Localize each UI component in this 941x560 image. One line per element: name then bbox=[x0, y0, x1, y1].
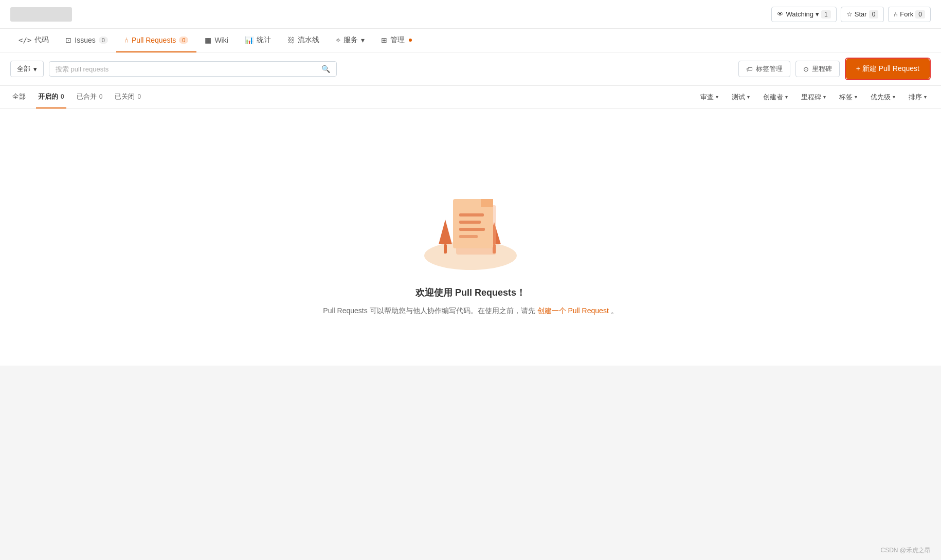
milestone-button[interactable]: ⊙ 里程碑 bbox=[795, 61, 840, 77]
test-chevron: ▾ bbox=[747, 94, 750, 100]
scope-select[interactable]: 全部 ▾ bbox=[10, 61, 44, 77]
sub-tab-open-count: 0 bbox=[61, 93, 64, 100]
svg-rect-10 bbox=[459, 228, 485, 231]
fork-button[interactable]: ⑃ Fork 0 bbox=[888, 7, 931, 22]
watch-chevron: ▾ bbox=[816, 10, 819, 18]
review-filter[interactable]: 审查 ▾ bbox=[696, 91, 722, 104]
sub-tab-closed-count: 0 bbox=[137, 93, 141, 100]
fork-icon: ⑃ bbox=[894, 10, 898, 18]
watch-count: 1 bbox=[821, 10, 831, 19]
star-button[interactable]: ☆ Star 0 bbox=[841, 7, 884, 22]
test-label: 测试 bbox=[732, 93, 745, 102]
review-chevron: ▾ bbox=[716, 94, 718, 100]
pr-icon: ⑃ bbox=[124, 36, 129, 44]
sub-tab-open[interactable]: 开启的 0 bbox=[36, 86, 66, 109]
star-label: Star bbox=[855, 10, 867, 18]
tag-manage-label: 标签管理 bbox=[756, 64, 783, 74]
priority-label: 优先级 bbox=[871, 93, 891, 102]
sub-tab-closed-label: 已关闭 bbox=[115, 92, 135, 101]
tab-code[interactable]: </> 代码 bbox=[10, 29, 57, 52]
priority-chevron: ▾ bbox=[893, 94, 895, 100]
svg-marker-2 bbox=[439, 220, 452, 244]
new-pr-label: + 新建 Pull Request bbox=[856, 64, 919, 74]
fork-label: Fork bbox=[900, 10, 913, 18]
tab-pr-label: Pull Requests bbox=[132, 36, 176, 44]
issues-icon: ⊡ bbox=[65, 36, 71, 44]
empty-title: 欢迎使用 Pull Requests！ bbox=[415, 286, 526, 299]
tab-issues-label: Issues bbox=[75, 36, 95, 44]
tab-stats[interactable]: 📊 统计 bbox=[237, 29, 279, 52]
nav-tabs: </> 代码 ⊡ Issues 0 ⑃ Pull Requests 0 ▦ Wi… bbox=[0, 29, 941, 52]
eye-icon: 👁 bbox=[777, 10, 784, 18]
star-icon: ☆ bbox=[846, 10, 853, 18]
sub-tab-merged-count: 0 bbox=[99, 93, 103, 100]
tag-icon: 🏷 bbox=[746, 65, 753, 73]
wiki-icon: ▦ bbox=[205, 36, 211, 44]
test-filter[interactable]: 测试 ▾ bbox=[728, 91, 754, 104]
top-bar-right: 👁 Watching ▾ 1 ☆ Star 0 ⑃ Fork 0 bbox=[771, 7, 931, 22]
watch-label: Watching bbox=[786, 10, 813, 18]
issues-badge: 0 bbox=[99, 37, 108, 44]
creator-label: 创建者 bbox=[763, 93, 783, 102]
creator-chevron: ▾ bbox=[785, 94, 788, 100]
manage-icon: ⊞ bbox=[381, 36, 387, 44]
milestone-filter[interactable]: 里程碑 ▾ bbox=[797, 91, 830, 104]
empty-desc: Pull Requests 可以帮助您与他人协作编写代码。在使用之前，请先 创建… bbox=[323, 305, 618, 316]
tag-manage-button[interactable]: 🏷 标签管理 bbox=[738, 61, 790, 77]
empty-desc-prefix: Pull Requests 可以帮助您与他人协作编写代码。在使用之前，请先 bbox=[323, 306, 535, 315]
search-icon: 🔍 bbox=[321, 65, 330, 73]
services-chevron: ▾ bbox=[361, 36, 365, 44]
priority-filter[interactable]: 优先级 ▾ bbox=[866, 91, 899, 104]
tab-stats-label: 统计 bbox=[257, 35, 271, 45]
tab-issues[interactable]: ⊡ Issues 0 bbox=[57, 29, 116, 52]
tab-wiki-label: Wiki bbox=[214, 36, 228, 44]
tag-chevron: ▾ bbox=[855, 94, 857, 100]
sub-filter-bar: 全部 开启的 0 已合并 0 已关闭 0 审查 ▾ 测试 ▾ 创建者 ▾ 里程碑 bbox=[0, 86, 941, 109]
sub-tab-all[interactable]: 全部 bbox=[10, 86, 28, 109]
code-icon: </> bbox=[19, 36, 31, 44]
create-pr-link[interactable]: 创建一个 Pull Request bbox=[537, 306, 609, 315]
scope-chevron: ▾ bbox=[33, 65, 37, 73]
tab-pipeline-label: 流水线 bbox=[298, 35, 319, 45]
svg-rect-8 bbox=[459, 213, 484, 216]
svg-rect-11 bbox=[459, 235, 478, 238]
svg-rect-1 bbox=[444, 244, 447, 254]
sub-filter-left: 全部 开启的 0 已合并 0 已关闭 0 bbox=[10, 86, 696, 109]
top-bar-left bbox=[10, 7, 72, 22]
svg-rect-7 bbox=[481, 199, 493, 207]
filter-bar-right: 🏷 标签管理 ⊙ 里程碑 + 新建 Pull Request bbox=[738, 58, 931, 80]
milestone-chevron: ▾ bbox=[823, 94, 826, 100]
empty-illustration bbox=[414, 168, 527, 271]
top-bar: 👁 Watching ▾ 1 ☆ Star 0 ⑃ Fork 0 bbox=[0, 0, 941, 29]
tab-pipeline[interactable]: ⛓ 流水线 bbox=[279, 29, 328, 52]
manage-dot bbox=[409, 39, 412, 42]
sub-tab-closed[interactable]: 已关闭 0 bbox=[113, 86, 143, 109]
empty-desc-suffix: 。 bbox=[611, 306, 618, 315]
fork-count: 0 bbox=[915, 10, 925, 19]
empty-state: 欢迎使用 Pull Requests！ Pull Requests 可以帮助您与… bbox=[0, 109, 941, 366]
svg-rect-9 bbox=[459, 221, 481, 224]
tab-pull-requests[interactable]: ⑃ Pull Requests 0 bbox=[116, 29, 197, 52]
sub-tab-all-label: 全部 bbox=[12, 92, 26, 101]
sub-tab-open-label: 开启的 bbox=[38, 92, 58, 101]
watch-button[interactable]: 👁 Watching ▾ 1 bbox=[771, 7, 836, 22]
tab-services[interactable]: ⟡ 服务 ▾ bbox=[328, 29, 373, 52]
sub-tab-merged[interactable]: 已合并 0 bbox=[75, 86, 105, 109]
filter-bar: 全部 ▾ 🔍 🏷 标签管理 ⊙ 里程碑 + 新建 Pull Request bbox=[0, 52, 941, 86]
new-pr-button[interactable]: + 新建 Pull Request bbox=[847, 60, 929, 78]
star-count: 0 bbox=[869, 10, 879, 19]
tag-filter[interactable]: 标签 ▾ bbox=[835, 91, 861, 104]
search-box[interactable]: 🔍 bbox=[49, 61, 337, 77]
sort-filter[interactable]: 排序 ▾ bbox=[904, 91, 931, 104]
tab-manage[interactable]: ⊞ 管理 bbox=[373, 29, 420, 52]
creator-filter[interactable]: 创建者 ▾ bbox=[759, 91, 792, 104]
review-label: 审查 bbox=[700, 93, 714, 102]
sort-chevron: ▾ bbox=[924, 94, 927, 100]
sub-filter-right: 审查 ▾ 测试 ▾ 创建者 ▾ 里程碑 ▾ 标签 ▾ 优先级 ▾ 排序 ▾ bbox=[696, 91, 931, 104]
tab-wiki[interactable]: ▦ Wiki bbox=[196, 29, 236, 52]
sort-label: 排序 bbox=[909, 93, 922, 102]
search-input[interactable] bbox=[56, 65, 317, 73]
repo-logo bbox=[10, 7, 72, 22]
pipeline-icon: ⛓ bbox=[287, 36, 295, 44]
stats-icon: 📊 bbox=[245, 36, 254, 44]
